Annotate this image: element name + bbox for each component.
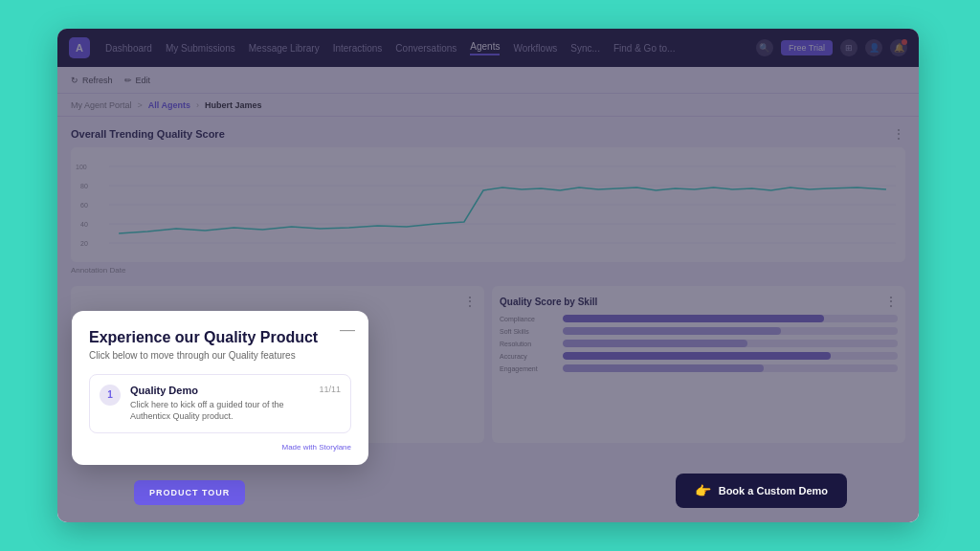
book-demo-button[interactable]: 👉 Book a Custom Demo <box>676 474 847 508</box>
demo-item-counter: 11/11 <box>319 385 341 394</box>
demo-number-badge: 1 <box>100 385 121 406</box>
popup-subtitle: Click below to move through our Quality … <box>89 350 351 361</box>
demo-item-title: Quality Demo <box>130 385 309 396</box>
popup-close-button[interactable]: — <box>340 322 355 338</box>
demo-item-content: Quality Demo Click here to kick off a gu… <box>130 385 309 423</box>
demo-item-desc: Click here to kick off a guided tour of … <box>130 399 309 423</box>
book-demo-label: Book a Custom Demo <box>719 485 828 496</box>
product-tour-button[interactable]: PRODUCT TOUR <box>134 480 245 505</box>
app-container: A Dashboard My Submissions Message Libra… <box>57 29 919 522</box>
popup-footer: Made with Storylane <box>89 443 351 452</box>
popup-title: Experience our Quality Product <box>89 328 351 346</box>
popup-demo-item[interactable]: 1 Quality Demo Click here to kick off a … <box>89 374 351 433</box>
popup-card: — Experience our Quality Product Click b… <box>72 311 368 465</box>
book-demo-emoji: 👉 <box>695 483 711 498</box>
